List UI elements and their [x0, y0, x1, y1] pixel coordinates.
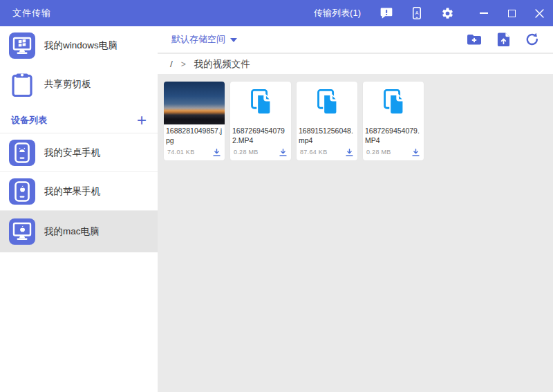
breadcrumb: / > 我的视频文件: [158, 54, 553, 74]
sidebar-item-label: 我的mac电脑: [44, 225, 100, 238]
sidebar-item-label: 共享剪切板: [44, 78, 91, 91]
file-name: 1689151256048.mp4: [297, 124, 357, 147]
clipboard-icon: [8, 71, 36, 98]
titlebar-actions: 传输列表(1) A: [314, 0, 553, 26]
close-button[interactable]: [525, 0, 553, 26]
sidebar-item-my-android-phone[interactable]: 我的安卓手机: [0, 133, 158, 172]
sidebar-item-shared-clipboard[interactable]: 共享剪切板: [0, 65, 158, 104]
download-icon: [279, 148, 288, 157]
upload-file-icon: [496, 32, 511, 48]
download-icon: [212, 148, 221, 157]
file-size: 0.28 MB: [366, 149, 391, 156]
storage-space-label: 默认存储空间: [171, 33, 225, 46]
video-file-icon: [311, 87, 343, 119]
file-card[interactable]: 1688281049857.jpg 74.01 KB: [164, 82, 225, 160]
breadcrumb-separator: >: [181, 59, 186, 69]
file-size: 74.01 KB: [167, 149, 194, 156]
maximize-button[interactable]: [498, 0, 525, 26]
download-button[interactable]: [278, 147, 288, 157]
android-phone-icon: [8, 139, 36, 167]
file-grid: 1688281049857.jpg 74.01 KB: [164, 82, 547, 160]
sidebar-item-label: 我的苹果手机: [44, 185, 100, 198]
file-card-footer: 74.01 KB: [164, 147, 225, 160]
download-icon: [345, 148, 354, 157]
mobile-device-icon[interactable]: A: [409, 6, 424, 21]
maximize-icon: [508, 10, 516, 17]
new-folder-button[interactable]: [466, 31, 482, 48]
device-list-title: 设备列表: [11, 114, 47, 127]
feedback-message-icon[interactable]: [379, 6, 394, 21]
minimize-button[interactable]: [470, 0, 498, 26]
file-card[interactable]: 1689151256048.mp4 87.64 KB: [297, 82, 357, 160]
main-panel: 默认存储空间: [158, 26, 553, 392]
file-card-footer: 0.28 MB: [230, 147, 291, 160]
file-size: 87.64 KB: [300, 149, 327, 156]
window-body: 我的windows电脑 共享剪切板 设备列表 +: [0, 26, 553, 392]
add-device-button[interactable]: +: [137, 112, 147, 129]
breadcrumb-root[interactable]: /: [170, 59, 173, 69]
sidebar-item-my-windows-pc[interactable]: 我的windows电脑: [0, 26, 158, 65]
close-icon: [535, 9, 544, 18]
sidebar-empty-area: [0, 252, 158, 392]
transfer-list-button[interactable]: 传输列表(1): [314, 7, 361, 19]
storage-toolbar: 默认存储空间: [158, 26, 553, 54]
file-name: 1688281049857.jpg: [164, 124, 225, 147]
breadcrumb-current-folder: 我的视频文件: [194, 58, 250, 71]
toolbar-actions: [466, 31, 541, 48]
download-icon: [411, 148, 420, 157]
sidebar-item-my-iphone[interactable]: 我的苹果手机: [0, 172, 158, 211]
file-card-footer: 87.64 KB: [297, 147, 357, 160]
image-thumbnail: [164, 82, 225, 124]
apple-phone-icon: [8, 178, 36, 205]
app-title: 文件传输: [12, 7, 51, 19]
app-window: 文件传输 传输列表(1) A: [0, 0, 553, 392]
file-card[interactable]: 16872694540792.MP4 0.28 MB: [230, 82, 291, 160]
upload-file-button[interactable]: [495, 31, 512, 48]
svg-text:A: A: [415, 10, 419, 16]
sidebar-item-label: 我的windows电脑: [44, 39, 118, 52]
file-size: 0.28 MB: [234, 149, 259, 156]
download-button[interactable]: [212, 147, 221, 157]
settings-gear-icon[interactable]: [440, 6, 455, 21]
device-list-header: 设备列表 +: [0, 108, 158, 133]
sidebar-item-label: 我的安卓手机: [44, 147, 100, 159]
video-file-icon: [377, 87, 409, 119]
minimize-icon: [480, 12, 488, 14]
file-type-icon-area: [363, 82, 424, 124]
file-browser-content: 1688281049857.jpg 74.01 KB: [158, 74, 553, 392]
video-file-icon: [245, 87, 276, 119]
titlebar: 文件传输 传输列表(1) A: [0, 0, 553, 26]
chevron-down-icon: [230, 38, 237, 42]
download-button[interactable]: [411, 147, 420, 157]
refresh-button[interactable]: [524, 31, 541, 48]
windows-computer-icon: [8, 32, 36, 59]
refresh-icon: [525, 32, 540, 47]
file-card-footer: 0.28 MB: [363, 147, 424, 160]
download-button[interactable]: [344, 147, 354, 157]
mac-computer-icon: [8, 218, 36, 245]
file-type-icon-area: [230, 82, 291, 124]
sidebar-item-my-mac[interactable]: 我的mac电脑: [0, 211, 158, 252]
sidebar: 我的windows电脑 共享剪切板 设备列表 +: [0, 26, 158, 392]
file-name: 16872694540792.MP4: [230, 124, 291, 147]
file-name: 1687269454079.MP4: [363, 124, 424, 147]
file-type-icon-area: [297, 82, 357, 124]
new-folder-icon: [466, 31, 482, 48]
storage-space-dropdown[interactable]: 默认存储空间: [171, 33, 237, 46]
file-card[interactable]: 1687269454079.MP4 0.28 MB: [363, 82, 424, 160]
